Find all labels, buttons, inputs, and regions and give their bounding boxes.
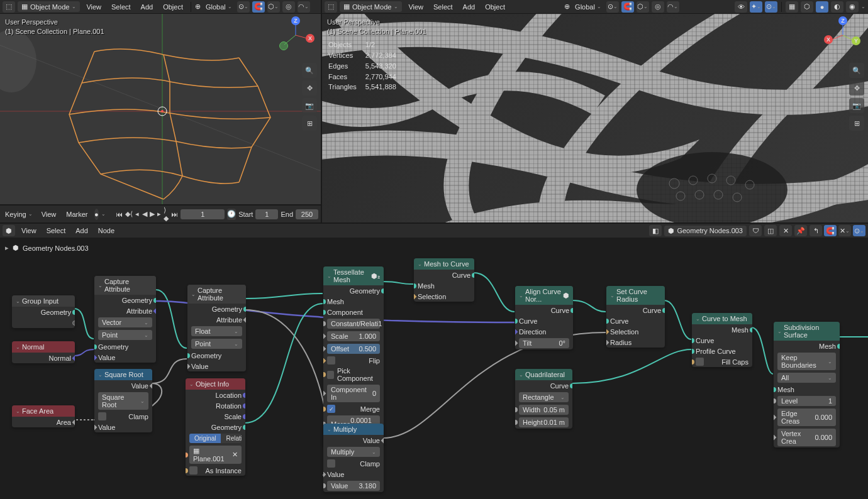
tess-offset[interactable]: Offset0.500 bbox=[327, 344, 380, 354]
play-reverse-icon[interactable]: ◀ bbox=[142, 209, 147, 220]
jump-start-icon[interactable]: ⏮ bbox=[116, 209, 123, 220]
start-frame[interactable]: 1 bbox=[255, 209, 278, 219]
node-set-radius[interactable]: ⌄Set Curve Radius Curve Curve Selection … bbox=[606, 286, 665, 348]
overlay-icon[interactable]: ⊙⌄ bbox=[853, 225, 865, 236]
proportional-opts[interactable]: ◠⌄ bbox=[667, 1, 679, 13]
ne-add[interactable]: Add bbox=[72, 226, 92, 236]
obj-transform-mode[interactable]: OriginalRelative bbox=[189, 434, 242, 443]
timeline-view[interactable]: View bbox=[38, 209, 60, 219]
unlink-icon[interactable]: ✕ bbox=[779, 225, 792, 236]
editor-type-icon[interactable]: ⬢ bbox=[3, 225, 15, 236]
tess-constant[interactable]: Constant/Relati1 bbox=[327, 319, 380, 329]
snap-toggle[interactable]: 🧲 bbox=[621, 1, 634, 13]
timeline-marker[interactable]: Marker bbox=[62, 209, 91, 219]
menu-object[interactable]: Object bbox=[481, 2, 509, 12]
menu-object[interactable]: Object bbox=[159, 2, 187, 12]
editor-type-icon[interactable]: ⬚ bbox=[325, 1, 337, 13]
nav-gizmo-left[interactable]: Z X bbox=[277, 16, 314, 54]
menu-view[interactable]: View bbox=[404, 2, 427, 12]
mode-select[interactable]: ▦Object Mode⌄ bbox=[340, 1, 402, 12]
object-picker[interactable]: ▦ Plane.001✕ bbox=[189, 446, 242, 464]
nav-gizmo-right[interactable]: Z X Y bbox=[824, 16, 862, 54]
node-tessellate[interactable]: ⌄Tessellate Mesh⬢₂ Geometry Mesh Compone… bbox=[323, 266, 384, 447]
node-quadrilateral[interactable]: ⌄Quadrilateral Curve Rectangle⌄ Width0.0… bbox=[515, 369, 572, 429]
clock-icon[interactable]: 🕐 bbox=[227, 209, 236, 220]
node-square-root[interactable]: ⌄Square Root Value Square Root⌄ Clamp Va… bbox=[94, 369, 152, 432]
gizmo-toggle-icon[interactable]: ✦⌄ bbox=[750, 1, 762, 13]
menu-add[interactable]: Add bbox=[137, 2, 157, 12]
zoom-icon[interactable]: 🔍 bbox=[849, 63, 864, 78]
node-mesh-to-curve[interactable]: ⌄Mesh to Curve Curve Mesh Selection bbox=[414, 258, 474, 302]
orientation-select[interactable]: Global⌄ bbox=[572, 2, 604, 12]
frame-next-icon[interactable]: ▸ bbox=[157, 209, 162, 220]
pin-icon[interactable]: 📌 bbox=[794, 225, 807, 236]
menu-select[interactable]: Select bbox=[430, 2, 457, 12]
quad-dropdown[interactable]: Rectangle⌄ bbox=[519, 392, 569, 402]
capture2-domain[interactable]: Point⌄ bbox=[191, 339, 242, 349]
new-icon[interactable]: ◫ bbox=[764, 225, 777, 236]
fillcaps-checkbox[interactable] bbox=[696, 358, 704, 366]
shading-render-icon[interactable]: ◉ bbox=[846, 1, 859, 13]
ne-node[interactable]: Node bbox=[94, 226, 118, 236]
tess-scale[interactable]: Scale1.000 bbox=[327, 331, 380, 341]
quad-height[interactable]: Height0.01 m bbox=[519, 417, 569, 427]
subdiv-edge[interactable]: Edge Creas0.000 bbox=[777, 409, 836, 426]
overlay-toggle-icon[interactable]: ⊙⌄ bbox=[765, 1, 777, 13]
node-normal[interactable]: ⌄Normal Normal bbox=[12, 341, 75, 363]
snap-options[interactable]: ⬡⌄ bbox=[637, 1, 649, 13]
mult-clamp-checkbox[interactable] bbox=[327, 459, 335, 468]
capture2-type[interactable]: Float⌄ bbox=[191, 326, 242, 336]
snap-node-options[interactable]: ✕⌄ bbox=[838, 225, 851, 236]
menu-select[interactable]: Select bbox=[108, 2, 135, 12]
orientation-select[interactable]: Global⌄ bbox=[203, 2, 235, 12]
viewport-canvas-left[interactable] bbox=[0, 14, 321, 204]
end-frame[interactable]: 250 bbox=[296, 209, 318, 219]
mode-select[interactable]: ▦Object Mode⌄ bbox=[18, 1, 80, 12]
subdiv-level[interactable]: Level1 bbox=[777, 396, 836, 406]
move-icon[interactable]: ✥ bbox=[302, 80, 317, 96]
node-face-area[interactable]: ⌄Face Area Area bbox=[12, 405, 75, 427]
tess-flip-checkbox[interactable] bbox=[327, 356, 335, 365]
capture1-type[interactable]: Vector⌄ bbox=[98, 317, 152, 327]
as-instance-checkbox[interactable] bbox=[189, 466, 198, 474]
camera-icon[interactable]: 📷 bbox=[849, 98, 864, 113]
proportional-edit-icon[interactable]: ◎ bbox=[652, 1, 664, 13]
ne-select[interactable]: Select bbox=[43, 226, 70, 236]
node-canvas[interactable]: ▸ ⬢ Geometry Nodes.003 ⌄Group Input Geom bbox=[0, 238, 868, 499]
datablock-name[interactable]: ⬢Geometry Nodes.003 bbox=[664, 226, 747, 236]
quad-width[interactable]: Width0.05 m bbox=[519, 405, 569, 415]
autokey-icon[interactable]: ● bbox=[94, 209, 99, 220]
current-frame[interactable]: 1 bbox=[181, 209, 225, 219]
xray-icon[interactable]: ▦ bbox=[786, 1, 798, 13]
clamp-checkbox[interactable] bbox=[98, 412, 106, 420]
tess-merge-checkbox[interactable]: ✓ bbox=[327, 405, 335, 413]
grid-icon[interactable]: ⊞ bbox=[849, 116, 864, 131]
proportional-opts[interactable]: ◠⌄ bbox=[298, 1, 310, 13]
move-icon[interactable]: ✥ bbox=[849, 80, 864, 96]
play-icon[interactable]: ▶ bbox=[150, 209, 155, 220]
pivot-icon[interactable]: ⊙⌄ bbox=[237, 1, 250, 13]
visibility-icon[interactable]: 👁 bbox=[735, 1, 747, 13]
sqrt-dropdown[interactable]: Square Root⌄ bbox=[98, 392, 148, 410]
mult-value[interactable]: Value3.180 bbox=[327, 481, 380, 491]
snap-toggle[interactable]: 🧲 bbox=[252, 1, 265, 13]
node-capture-1[interactable]: ⌄Capture Attribute Geometry Attribute Ve… bbox=[94, 276, 156, 363]
subdiv-vertex[interactable]: Vertex Crea0.000 bbox=[777, 429, 836, 446]
node-object-info[interactable]: ⌄Object Info Location Rotation Scale Geo… bbox=[186, 378, 245, 476]
menu-add[interactable]: Add bbox=[459, 2, 479, 12]
tess-pick-checkbox[interactable] bbox=[327, 371, 334, 379]
camera-icon[interactable]: 📷 bbox=[302, 98, 317, 113]
subdiv-uv[interactable]: All⌄ bbox=[777, 373, 836, 383]
pivot-icon[interactable]: ⊙⌄ bbox=[606, 1, 619, 13]
node-align-normal[interactable]: ⌄Align Curve Nor...⬢ Curve Curve Directi… bbox=[515, 286, 573, 349]
fake-user-icon[interactable]: 🛡 bbox=[749, 225, 762, 236]
parent-node-icon[interactable]: ↰ bbox=[810, 225, 822, 236]
snap-toggle-icon[interactable]: 🧲 bbox=[824, 225, 837, 236]
mult-dropdown[interactable]: Multiply⌄ bbox=[327, 447, 380, 457]
node-group-input[interactable]: ⌄Group Input Geometry bbox=[12, 295, 75, 328]
node-multiply[interactable]: ⌄Multiply Value Multiply⌄ Clamp Value Va… bbox=[323, 424, 384, 492]
zoom-icon[interactable]: 🔍 bbox=[302, 63, 317, 78]
node-subdivision[interactable]: ⌄Subdivision Surface Mesh Keep Boundarie… bbox=[774, 322, 840, 447]
ne-view[interactable]: View bbox=[18, 226, 40, 236]
tilt-field[interactable]: Tilt0° bbox=[519, 338, 569, 348]
